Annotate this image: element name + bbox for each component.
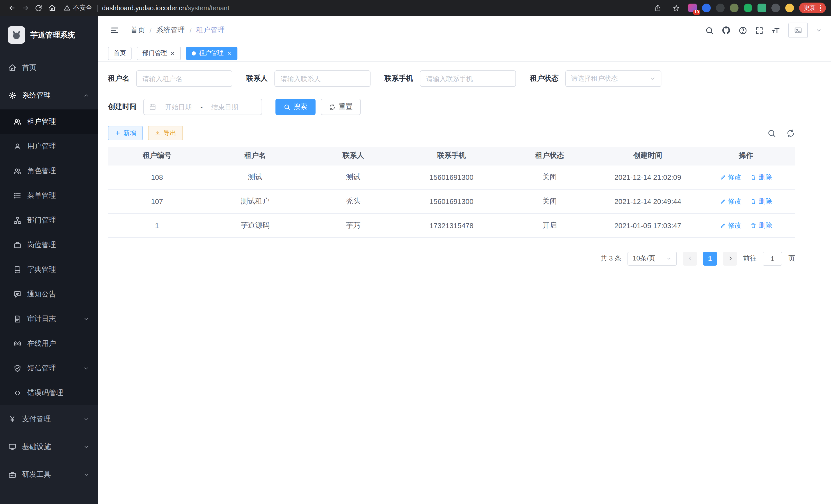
tab-close-icon[interactable]: [227, 51, 232, 56]
sidebar-item-dict[interactable]: 字典管理: [0, 258, 98, 282]
add-button[interactable]: 新增: [108, 126, 143, 140]
contact-input[interactable]: [275, 70, 371, 87]
export-button[interactable]: 导出: [148, 126, 183, 140]
sidebar-item-tenant[interactable]: 租户管理: [0, 110, 98, 134]
create-time-range-picker[interactable]: -: [143, 99, 262, 115]
calendar-icon: [149, 103, 156, 111]
chevron-down-icon: [650, 76, 656, 82]
site-security-indicator[interactable]: 不安全: [64, 4, 92, 12]
search-button[interactable]: 搜索: [276, 99, 316, 115]
breadcrumb: 首页 / 系统管理 / 租户管理: [131, 26, 225, 35]
address-bar[interactable]: dashboard.yudao.iocoder.cn/system/tenant: [102, 4, 229, 12]
prev-page-button[interactable]: [683, 251, 697, 265]
status-select[interactable]: 请选择租户状态: [565, 70, 661, 87]
browser-home-button[interactable]: [45, 1, 59, 14]
help-button[interactable]: [739, 26, 747, 35]
extension-icon-7[interactable]: [771, 4, 780, 12]
breadcrumb-system[interactable]: 系统管理: [156, 26, 185, 35]
table-header-row: 租户编号 租户名 联系人 联系手机 租户状态 创建时间 操作: [108, 147, 795, 165]
breadcrumb-home[interactable]: 首页: [131, 26, 145, 35]
sidebar-item-audit-log[interactable]: 审计日志: [0, 307, 98, 331]
extension-icon-3[interactable]: [716, 4, 725, 12]
edit-link[interactable]: 修改: [720, 197, 741, 206]
delete-link[interactable]: 删除: [751, 197, 772, 206]
tab-tenant[interactable]: 租户管理: [186, 47, 237, 60]
sidebar-item-devtools[interactable]: 研发工具: [0, 461, 98, 488]
global-search-button[interactable]: [705, 26, 714, 35]
toggle-search-button[interactable]: [767, 129, 776, 138]
font-size-button[interactable]: [771, 26, 781, 35]
start-date-input[interactable]: [159, 103, 197, 111]
browser-back-button[interactable]: [5, 1, 19, 14]
extension-icon-2[interactable]: [702, 4, 711, 12]
home-icon: [48, 4, 56, 12]
edit-link[interactable]: 修改: [720, 221, 741, 230]
cell-tenant-id: 108: [108, 165, 206, 189]
breadcrumb-separator: /: [149, 26, 152, 34]
app-logo[interactable]: 芋道管理系统: [0, 16, 98, 54]
user-menu-caret[interactable]: [815, 27, 822, 33]
page-unit-label: 页: [789, 254, 795, 263]
sidebar-item-post[interactable]: 岗位管理: [0, 233, 98, 258]
browser-forward-button[interactable]: [19, 1, 32, 14]
extension-icon-4[interactable]: [730, 4, 739, 12]
page-size-select[interactable]: 10条/页: [628, 251, 677, 265]
refresh-table-button[interactable]: [786, 129, 795, 138]
app-window: 不安全 dashboard.yudao.iocoder.cn/system/te…: [0, 0, 831, 504]
chevron-down-icon: [83, 316, 89, 322]
delete-link[interactable]: 删除: [751, 172, 772, 182]
browser-share-button[interactable]: [651, 1, 664, 14]
extension-icon-5[interactable]: [744, 4, 752, 12]
user-avatar[interactable]: [789, 23, 808, 38]
col-status: 租户状态: [500, 147, 599, 165]
goto-page-input[interactable]: [763, 251, 782, 265]
fullscreen-button[interactable]: [755, 26, 764, 35]
next-page-button[interactable]: [723, 251, 737, 265]
tab-close-icon[interactable]: [170, 51, 175, 56]
cell-tenant-name: 测试: [206, 165, 304, 189]
end-date-input[interactable]: [206, 103, 244, 111]
chevron-down-icon: [815, 27, 822, 33]
extension-icon-1[interactable]: 10: [688, 4, 697, 12]
sidebar-item-role[interactable]: 角色管理: [0, 159, 98, 183]
browser-bookmark-button[interactable]: [670, 1, 683, 14]
tab-dept[interactable]: 部门管理: [137, 47, 181, 60]
active-tab-dot: [192, 51, 196, 55]
page-number-button[interactable]: 1: [703, 251, 717, 265]
breadcrumb-separator: /: [190, 26, 192, 34]
sidebar-item-home[interactable]: 首页: [0, 54, 98, 82]
extension-icon-8[interactable]: [785, 4, 794, 12]
sidebar-item-dept[interactable]: 部门管理: [0, 208, 98, 233]
security-label: 不安全: [73, 4, 92, 12]
extension-icon-6[interactable]: [757, 4, 766, 12]
sidebar-item-notice[interactable]: 通知公告: [0, 282, 98, 307]
add-button-label: 新增: [123, 129, 136, 138]
tenant-name-input[interactable]: [136, 70, 232, 87]
phone-input[interactable]: [420, 70, 516, 87]
sidebar-item-menu[interactable]: 菜单管理: [0, 183, 98, 208]
tab-label: 首页: [114, 49, 126, 58]
sidebar-item-user[interactable]: 用户管理: [0, 134, 98, 159]
export-button-label: 导出: [164, 129, 176, 138]
edit-pencil-icon: [720, 174, 726, 180]
reset-button[interactable]: 重置: [321, 99, 361, 115]
logo-image: [8, 26, 25, 44]
col-created: 创建时间: [599, 147, 697, 165]
page-size-value: 10条/页: [633, 254, 655, 263]
tab-home[interactable]: 首页: [108, 47, 132, 60]
edit-link[interactable]: 修改: [720, 172, 741, 182]
sidebar-item-infra[interactable]: 基础设施: [0, 433, 98, 461]
browser-reload-button[interactable]: [32, 1, 45, 14]
sidebar-item-payment[interactable]: 支付管理: [0, 405, 98, 433]
sidebar-item-online-users[interactable]: 在线用户: [0, 331, 98, 356]
delete-link[interactable]: 删除: [751, 221, 772, 230]
browser-update-button[interactable]: 更新: [799, 3, 826, 13]
book-icon: [13, 266, 22, 274]
github-link-button[interactable]: [721, 26, 731, 35]
sidebar-item-system[interactable]: 系统管理: [0, 82, 98, 110]
browser-menu-icon[interactable]: [820, 5, 821, 11]
sidebar-item-error-code[interactable]: 错误码管理: [0, 381, 98, 405]
broken-image-icon: [794, 26, 802, 34]
sidebar-collapse-button[interactable]: [110, 26, 119, 35]
sidebar-item-sms[interactable]: 短信管理: [0, 356, 98, 381]
